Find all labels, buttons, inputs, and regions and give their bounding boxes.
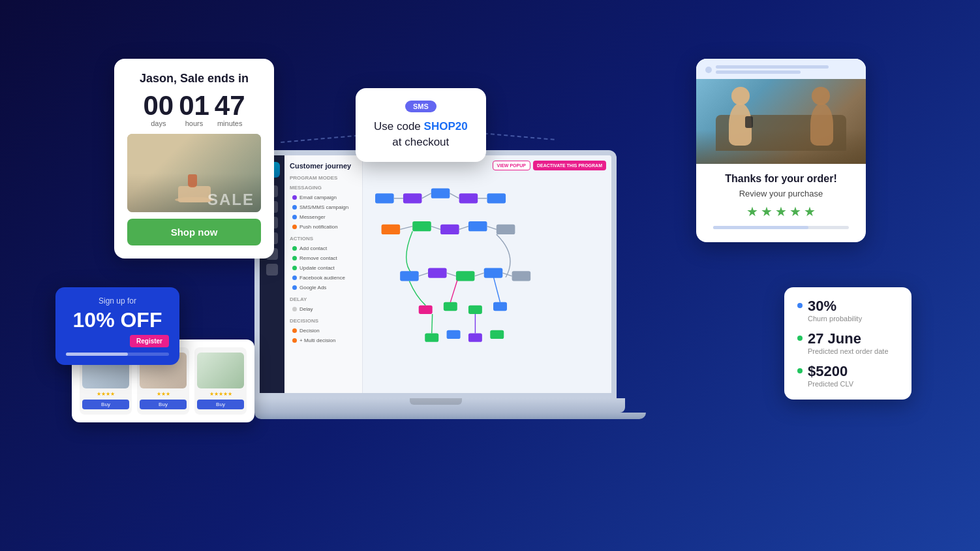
nav-email-campaign[interactable]: Email campaign (290, 193, 357, 202)
stat-churn-label: Churn probability (808, 315, 862, 323)
stat-churn-dot (797, 303, 803, 308)
countdown-hours: 01 hours (179, 92, 209, 127)
svg-rect-21 (484, 268, 503, 277)
app-main: Customer journey Program modes Messaging… (284, 155, 611, 393)
stat-clv-dot (797, 368, 803, 373)
svg-rect-27 (419, 306, 433, 314)
svg-rect-35 (468, 333, 482, 341)
nav-multi-decision[interactable]: + Multi decision (290, 336, 357, 345)
svg-line-37 (432, 314, 433, 334)
app-nav-title: Customer journey (290, 162, 357, 170)
svg-rect-18 (400, 271, 419, 281)
svg-rect-22 (512, 271, 531, 281)
discount-progress-bar (66, 353, 169, 356)
laptop-foot (254, 413, 646, 419)
view-popup-button[interactable]: VIEW POPUP (493, 161, 530, 170)
stat-clv-label: Predicted CLV (808, 380, 853, 388)
sms-card: SMS Use code SHOP20 at checkout (356, 88, 486, 162)
product-stars-3: ★★★★★ (197, 391, 244, 397)
svg-line-17 (487, 227, 497, 230)
product-buy-button-2[interactable]: Buy (140, 400, 187, 409)
stars-row: ★ ★ ★ ★ ★ (696, 204, 866, 219)
svg-rect-13 (497, 225, 515, 234)
product-stars-1: ★★★★ (82, 391, 129, 397)
nav-update-contact[interactable]: Update contact (290, 263, 357, 273)
nav-remove-contact[interactable]: Remove contact (290, 253, 357, 263)
countdown: 00 days 01 hours 47 minutes (127, 92, 261, 127)
nav-delay[interactable]: Delay (290, 304, 357, 314)
shop-now-button[interactable]: Shop now (127, 219, 261, 245)
order-thanks-text: Thanks for your order! (696, 164, 866, 189)
header-lines (716, 65, 857, 74)
product-buy-button-3[interactable]: Buy (197, 400, 244, 409)
nav-messenger[interactable]: Messenger (290, 212, 357, 222)
countdown-minutes: 47 minutes (215, 92, 245, 127)
svg-rect-9 (382, 225, 401, 234)
nav-facebook[interactable]: Facebook audience (290, 273, 357, 283)
countdown-days: 00 days (143, 92, 174, 127)
product-buy-button-1[interactable]: Buy (82, 400, 129, 409)
svg-line-26 (502, 273, 512, 276)
stat-churn-value: 30% (808, 299, 862, 313)
svg-rect-34 (447, 330, 461, 339)
stat-next-order-value: 27 June (808, 332, 889, 346)
nav-add-contact[interactable]: Add contact (290, 244, 357, 253)
stat-clv-value: $5200 (808, 364, 853, 379)
stat-next-order-label: Predicted next order date (808, 347, 889, 355)
svg-rect-3 (459, 193, 478, 203)
svg-line-6 (421, 193, 431, 198)
svg-rect-28 (444, 302, 457, 311)
app-nav-panel: Customer journey Program modes Messaging… (284, 155, 363, 393)
svg-line-25 (474, 273, 483, 276)
stat-clv: $5200 Predicted CLV (797, 364, 898, 388)
nav-decision[interactable]: Decision (290, 326, 357, 336)
svg-rect-11 (440, 225, 459, 234)
register-button[interactable]: Register (130, 335, 169, 347)
laptop-base (247, 398, 625, 413)
svg-rect-19 (428, 268, 447, 277)
star-4: ★ (789, 204, 801, 219)
svg-rect-4 (487, 193, 506, 203)
svg-line-23 (419, 273, 428, 276)
svg-rect-33 (425, 333, 438, 341)
nav-section-messaging: Messaging (290, 185, 357, 191)
svg-line-24 (447, 273, 456, 276)
star-1: ★ (746, 204, 758, 219)
sms-code: SHOP20 (424, 120, 468, 133)
app-canvas: VIEW POPUP DEACTIVATE THIS PROGRAM (363, 155, 611, 393)
nav-section-program-modes: Program modes (290, 175, 357, 181)
canvas-toolbar: VIEW POPUP DEACTIVATE THIS PROGRAM (493, 161, 606, 170)
sale-image: SALE (127, 134, 261, 212)
stats-card: 30% Churn probability 27 June Predicted … (784, 287, 911, 400)
svg-rect-0 (375, 193, 394, 203)
svg-line-15 (431, 227, 440, 230)
laptop-screen: Customer journey Program modes Messaging… (254, 150, 617, 398)
svg-rect-12 (468, 221, 487, 231)
sale-image-text: SALE (207, 191, 254, 209)
sale-card: Jason, Sale ends in 00 days 01 hours 47 … (114, 59, 274, 259)
stat-churn-content: 30% Churn probability (808, 299, 862, 323)
svg-rect-20 (456, 271, 475, 281)
svg-rect-30 (493, 302, 507, 311)
sidebar-icon-6[interactable] (266, 264, 278, 276)
discount-card: Sign up for 10% OFF Register (55, 287, 179, 365)
deactivate-button[interactable]: DEACTIVATE THIS PROGRAM (533, 161, 606, 170)
laptop: Customer journey Program modes Messaging… (254, 150, 646, 457)
svg-line-14 (400, 227, 412, 230)
svg-rect-2 (431, 189, 450, 198)
sms-text: Use code SHOP20 at checkout (374, 119, 468, 150)
nav-section-decisions: Decisions (290, 318, 357, 324)
nav-push[interactable]: Push notification (290, 222, 357, 232)
nav-section-actions: Actions (290, 236, 357, 242)
svg-line-32 (493, 276, 500, 302)
svg-rect-29 (468, 306, 482, 314)
stat-next-order-content: 27 June Predicted next order date (808, 332, 889, 355)
stat-clv-content: $5200 Predicted CLV (808, 364, 853, 388)
nav-sms-campaign[interactable]: SMS/MMS campaign (290, 202, 357, 212)
star-3: ★ (775, 204, 787, 219)
svg-line-7 (450, 193, 459, 198)
flow-diagram (363, 155, 611, 393)
product-card-3: ★★★★★ Buy (194, 347, 247, 415)
star-5: ★ (804, 204, 816, 219)
nav-google-ads[interactable]: Google Ads (290, 283, 357, 292)
